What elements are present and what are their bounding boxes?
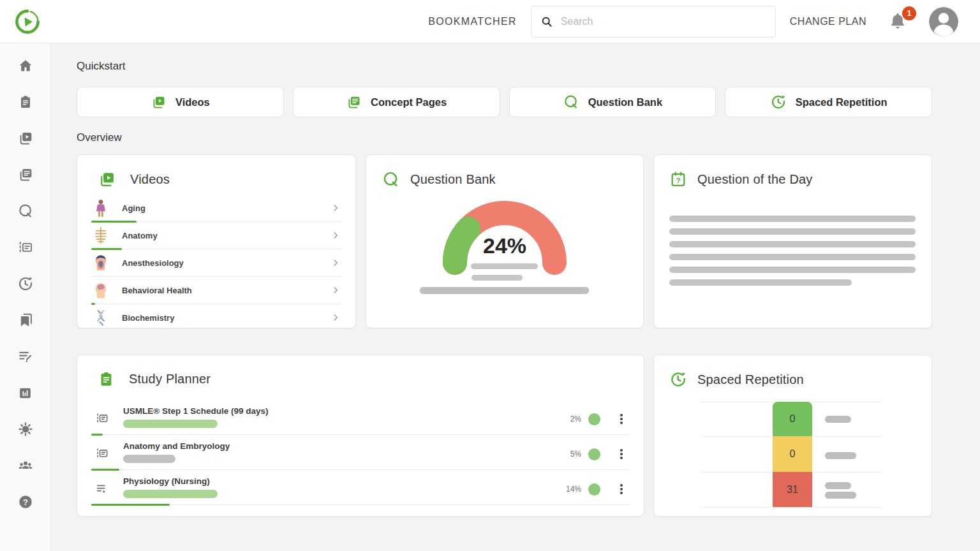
video-topic-row-anatomy[interactable]: Anatomy xyxy=(91,223,341,248)
study-plan-percent: 5% xyxy=(570,450,581,459)
study-plan-title: Physiology (Nursing) xyxy=(123,476,218,486)
question-bank-card-header: Question Bank xyxy=(366,155,643,189)
kebab-menu-button[interactable] xyxy=(616,483,627,496)
sidebar-item-curriculum[interactable] xyxy=(17,239,34,256)
skeleton-line xyxy=(669,228,916,235)
skeleton-line xyxy=(669,216,916,222)
study-plan-row-physiology-nursing[interactable]: Physiology (Nursing) 14% xyxy=(91,471,630,498)
question-bank-icon xyxy=(563,94,579,110)
search-icon xyxy=(540,15,553,29)
status-dot xyxy=(588,448,600,460)
quickstart-question-bank-label: Question Bank xyxy=(588,96,662,108)
sidebar-item-concept-pages[interactable] xyxy=(17,166,34,183)
study-plan-row-usmle[interactable]: USMLE® Step 1 Schedule (99 days) 2% xyxy=(91,400,630,428)
sidebar-item-community[interactable] xyxy=(17,457,34,474)
qotd-skeleton-lines xyxy=(669,216,916,286)
quickstart-concept-pages-label: Concept Pages xyxy=(371,96,447,108)
chevron-right-icon xyxy=(331,231,340,240)
video-topic-row-behavioral-health[interactable]: Behavioral Health xyxy=(91,277,341,303)
help-icon: ? xyxy=(17,494,34,510)
notification-badge: 1 xyxy=(902,6,916,20)
study-plan-row-anatomy-embryology[interactable]: Anatomy and Embryology 5% xyxy=(91,436,630,463)
study-plan-percent: 2% xyxy=(570,415,581,423)
sidebar-item-study-planner[interactable] xyxy=(17,94,34,110)
bookmatcher-link[interactable]: BOOKMATCHER xyxy=(428,16,516,27)
video-topic-row-biochemistry[interactable]: Biochemistry xyxy=(91,305,341,328)
quickstart-videos-button[interactable]: Videos xyxy=(77,87,284,117)
home-icon xyxy=(18,58,33,73)
video-topic-row-aging[interactable]: Aging xyxy=(91,195,341,221)
chevron-right-icon xyxy=(331,286,340,295)
quickstart-heading: Quickstart xyxy=(77,60,932,73)
bookmarks-icon xyxy=(17,312,34,328)
quickstart-spaced-repetition-label: Spaced Repetition xyxy=(796,96,887,108)
notifications-button[interactable]: 1 xyxy=(888,10,910,33)
sidebar-item-microbiology[interactable] xyxy=(17,421,34,437)
quickstart-buttons: Videos Concept Pages Question Bank xyxy=(77,87,932,117)
curriculum-icon xyxy=(17,239,34,256)
spaced-repetition-icon xyxy=(770,94,787,110)
sidebar-item-notes[interactable] xyxy=(17,348,34,365)
study-plan-meta: 5% xyxy=(570,448,630,460)
sidebar-item-reports[interactable] xyxy=(17,385,34,401)
kebab-menu-button[interactable] xyxy=(616,413,627,425)
custom-list-icon xyxy=(95,481,109,496)
skeleton-bar xyxy=(825,416,851,423)
chevron-right-icon xyxy=(331,203,340,212)
qbank-score-value: 24% xyxy=(429,233,580,258)
skeleton-line xyxy=(669,254,916,260)
question-bank-icon xyxy=(382,170,400,189)
lecturio-play-logo[interactable] xyxy=(14,8,41,35)
skeleton-bar xyxy=(825,452,856,459)
user-avatar[interactable] xyxy=(929,7,958,36)
svg-text:?: ? xyxy=(676,176,680,184)
sidebar-item-videos[interactable] xyxy=(17,130,34,147)
study-plan-progress xyxy=(91,469,630,471)
skeleton-line xyxy=(669,241,916,247)
video-topic-row-anesthesiology[interactable]: Anesthesiology xyxy=(91,250,341,276)
spaced-repetition-card: Spaced Repetition 0 0 31 xyxy=(653,355,932,517)
study-plan-status-pill xyxy=(123,420,218,428)
search-input[interactable] xyxy=(561,16,766,27)
play-logo-icon xyxy=(14,8,41,35)
community-icon xyxy=(17,457,34,474)
study-planner-icon xyxy=(18,94,33,110)
chevron-right-icon xyxy=(331,313,340,322)
study-plan-title: Anatomy and Embryology xyxy=(123,441,230,451)
study-plan-percent: 14% xyxy=(566,485,581,494)
sr-box-red: 31 xyxy=(773,472,812,507)
quickstart-spaced-repetition-button[interactable]: Spaced Repetition xyxy=(725,87,932,117)
study-plan-progress xyxy=(91,504,630,506)
skeleton-bar xyxy=(471,263,538,269)
study-plans-list: USMLE® Step 1 Schedule (99 days) 2% xyxy=(91,400,630,506)
aging-illustration xyxy=(93,198,108,217)
microbe-icon xyxy=(17,421,34,437)
change-plan-link[interactable]: CHANGE PLAN xyxy=(790,16,866,27)
overview-heading: Overview xyxy=(77,131,932,144)
quickstart-concept-pages-button[interactable]: Concept Pages xyxy=(293,87,500,117)
sidebar-item-spaced-repetition[interactable] xyxy=(17,276,34,292)
sidebar-item-home[interactable] xyxy=(17,57,34,74)
qbank-score-gauge: 24% xyxy=(429,198,580,300)
videos-icon xyxy=(151,94,167,110)
avatar-icon xyxy=(929,7,958,36)
sidebar-item-help[interactable]: ? xyxy=(17,494,34,510)
overview-cards-row: Videos Aging xyxy=(77,154,932,328)
sidebar-item-question-bank[interactable] xyxy=(17,203,34,219)
skeleton-bar xyxy=(471,275,523,281)
sr-box-value: 0 xyxy=(790,448,796,460)
question-bank-card-title: Question Bank xyxy=(410,172,496,187)
skeleton-line xyxy=(669,267,916,273)
study-plan-info: Physiology (Nursing) xyxy=(123,476,218,498)
study-planner-card: Study Planner USMLE® Step 1 Schedule (99… xyxy=(77,355,644,517)
kebab-menu-button[interactable] xyxy=(616,448,627,460)
calendar-question-icon: ? xyxy=(669,170,687,188)
video-topic-label: Aging xyxy=(122,203,145,213)
quickstart-question-bank-button[interactable]: Question Bank xyxy=(509,87,716,117)
sidebar-item-bookmarks[interactable] xyxy=(17,312,34,328)
gridline xyxy=(701,507,881,508)
anatomy-illustration xyxy=(93,226,108,245)
reports-icon xyxy=(17,385,33,401)
status-dot xyxy=(588,483,600,496)
skeleton-line xyxy=(669,279,852,286)
